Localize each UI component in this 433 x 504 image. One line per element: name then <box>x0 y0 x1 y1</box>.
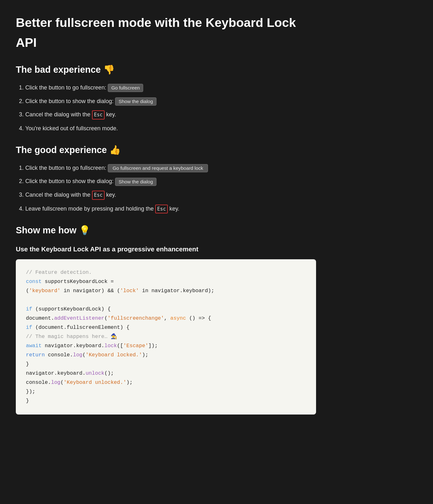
code-block: // Feature detection. const supportsKeyb… <box>16 259 316 415</box>
good-step-2: Click the button to show the dialog: Sho… <box>25 177 316 186</box>
code-line-comment: // Feature detection. <box>26 268 306 277</box>
code-line-close-if: } <box>26 360 306 369</box>
code-line-magic-comment: // The magic happens here… 🧙 <box>26 332 306 341</box>
bad-step-1: Click the button to go fullscreen: Go fu… <box>25 83 316 92</box>
code-line-const: const supportsKeyboardLock = <box>26 277 306 286</box>
bad-step-4: You're kicked out of fullscreen mode. <box>25 124 316 133</box>
code-line-addeventlistener: document.addEventListener('fullscreencha… <box>26 314 306 323</box>
code-line-check: ('keyboard' in navigator) && ('lock' in … <box>26 286 306 296</box>
bad-fullscreen-button[interactable]: Go fullscreen <box>108 84 143 92</box>
code-line-log-unlocked: console.log('Keyboard unlocked.'); <box>26 378 306 387</box>
good-step-4-text-before: Leave fullscreen mode by pressing and ho… <box>25 206 154 212</box>
bad-step-4-text: You're kicked out of fullscreen mode. <box>25 125 118 132</box>
bad-step-3-text-before: Cancel the dialog with the <box>25 111 90 118</box>
bad-step-2-text: Click the button to show the dialog: <box>25 98 113 104</box>
good-esc-key-1: Esc <box>92 191 105 200</box>
code-line-if-element: if (document.fullscreenElement) { <box>26 323 306 332</box>
good-step-3: Cancel the dialog with the Esc key. <box>25 190 316 200</box>
page-title: Better fullscreen mode with the Keyboard… <box>16 13 316 53</box>
bad-step-3-text-after: key. <box>106 111 116 118</box>
good-step-3-text-before: Cancel the dialog with the <box>25 192 90 198</box>
code-line-if: if (supportsKeyboardLock) { <box>26 305 306 314</box>
code-line-close-listener: }); <box>26 387 306 396</box>
code-line-unlock: navigator.keyboard.unlock(); <box>26 369 306 378</box>
bad-experience-list: Click the button to go fullscreen: Go fu… <box>16 83 316 133</box>
show-me-section: Show me how 💡 Use the Keyboard Lock API … <box>16 223 316 415</box>
bad-experience-section: The bad experience 👎 Click the button to… <box>16 62 316 133</box>
good-esc-key-2: Esc <box>155 205 168 213</box>
good-step-4: Leave fullscreen mode by pressing and ho… <box>25 204 316 213</box>
code-line-await-lock: await navigator.keyboard.lock(['Escape']… <box>26 341 306 351</box>
good-step-4-text-after: key. <box>169 206 180 212</box>
bad-experience-heading: The bad experience 👎 <box>16 62 316 77</box>
code-line-empty1 <box>26 296 306 305</box>
good-step-1: Click the button to go fullscreen: Go fu… <box>25 163 316 173</box>
good-fullscreen-button[interactable]: Go fullscreen and request a keyboard loc… <box>108 164 208 172</box>
bad-step-3: Cancel the dialog with the Esc key. <box>25 110 316 119</box>
show-me-heading: Show me how 💡 <box>16 223 316 237</box>
code-line-close-outer: } <box>26 396 306 406</box>
bad-show-dialog-button[interactable]: Show the dialog <box>115 97 156 106</box>
bad-esc-key: Esc <box>92 110 105 119</box>
code-line-return: return console.log('Keyboard locked.'); <box>26 351 306 360</box>
good-step-3-text-after: key. <box>106 192 116 198</box>
good-experience-section: The good experience 👍 Click the button t… <box>16 143 316 214</box>
good-step-1-text: Click the button to go fullscreen: <box>25 165 106 171</box>
good-step-2-text: Click the button to show the dialog: <box>25 178 113 184</box>
bad-step-2: Click the button to show the dialog: Sho… <box>25 97 316 106</box>
good-experience-list: Click the button to go fullscreen: Go fu… <box>16 163 316 214</box>
bad-step-1-text: Click the button to go fullscreen: <box>25 84 106 91</box>
show-me-subheading: Use the Keyboard Lock API as a progressi… <box>16 244 316 254</box>
good-show-dialog-button[interactable]: Show the dialog <box>115 178 156 186</box>
good-experience-heading: The good experience 👍 <box>16 143 316 157</box>
